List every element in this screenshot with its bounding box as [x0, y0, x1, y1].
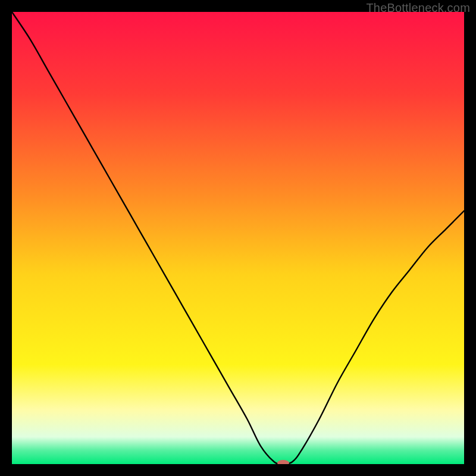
chart-frame: TheBottleneck.com — [0, 0, 476, 476]
bottleneck-chart — [12, 12, 464, 464]
gradient-background — [12, 12, 464, 464]
plot-area — [12, 12, 464, 464]
